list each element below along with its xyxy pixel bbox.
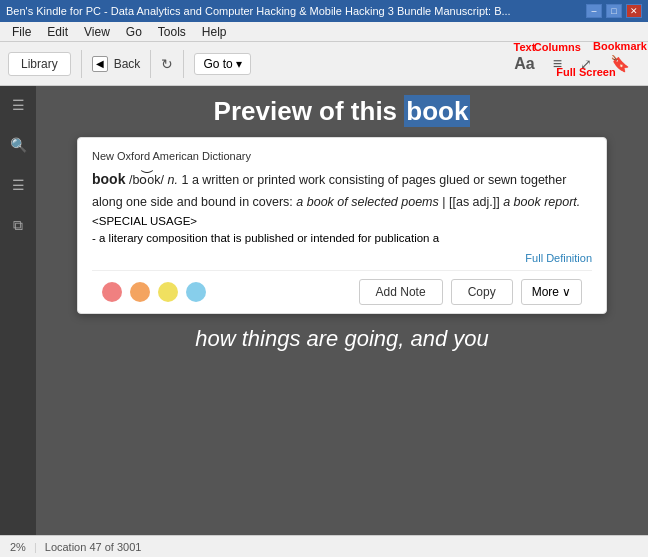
menu-edit[interactable]: Edit: [39, 23, 76, 41]
menu-view[interactable]: View: [76, 23, 118, 41]
refresh-icon[interactable]: ↻: [161, 56, 173, 72]
dict-pos: n.: [168, 173, 178, 187]
text-annotation-label: Text: [514, 41, 536, 53]
close-button[interactable]: ✕: [626, 4, 642, 18]
highlight-yellow-button[interactable]: [158, 282, 178, 302]
status-bar: 2% | Location 47 of 3001: [0, 535, 648, 557]
add-note-button[interactable]: Add Note: [359, 279, 443, 305]
more-button[interactable]: More ∨: [521, 279, 582, 305]
more-chevron-icon: ∨: [562, 285, 571, 299]
menu-go[interactable]: Go: [118, 23, 150, 41]
back-label: Back: [114, 57, 141, 71]
reader-area: Preview of this book New Oxford American…: [36, 86, 648, 535]
sidebar-notes-icon[interactable]: ☰: [7, 174, 29, 196]
copy-button[interactable]: Copy: [451, 279, 513, 305]
menu-tools[interactable]: Tools: [150, 23, 194, 41]
menu-bar: File Edit View Go Tools Help: [0, 22, 648, 42]
dict-word: book: [92, 171, 125, 187]
sidebar-search-icon[interactable]: 🔍: [7, 134, 29, 156]
highlight-pink-button[interactable]: [102, 282, 122, 302]
minimize-button[interactable]: –: [586, 4, 602, 18]
bookmark-icon[interactable]: 🔖: [610, 54, 630, 73]
dict-entry: book /bo͝ok/ n. 1 a written or printed w…: [92, 168, 592, 213]
separator-2: [150, 50, 151, 78]
dict-def-number: 1: [181, 173, 188, 187]
separator-3: [183, 50, 184, 78]
goto-button[interactable]: Go to ▾: [194, 53, 250, 75]
bookmark-annotation-label: Bookmark: [593, 40, 647, 52]
library-button[interactable]: Library: [8, 52, 71, 76]
maximize-button[interactable]: □: [606, 4, 622, 18]
highlight-orange-button[interactable]: [130, 282, 150, 302]
page-body-text: how things are going, and you: [175, 326, 509, 352]
title-bar-text: Ben's Kindle for PC - Data Analytics and…: [6, 5, 511, 17]
main-area: ☰ 🔍 ☰ ⧉ Preview of this book New Oxford …: [0, 86, 648, 535]
location-label: Location 47 of 3001: [45, 541, 142, 553]
toolbar: Library ◀ Back ↻ Go to ▾ Text Aa Columns…: [0, 42, 648, 86]
highlight-blue-button[interactable]: [186, 282, 206, 302]
sidebar-bookmarks-icon[interactable]: ⧉: [7, 214, 29, 236]
status-separator: |: [34, 541, 37, 553]
text-icon[interactable]: Aa: [514, 55, 534, 73]
dict-toolbar: Add Note Copy More ∨: [92, 270, 592, 313]
fullscreen-annotation-label: Full Screen: [556, 66, 615, 78]
reading-percent: 2%: [10, 541, 26, 553]
chevron-down-icon: ▾: [236, 57, 242, 71]
sidebar: ☰ 🔍 ☰ ⧉: [0, 86, 36, 535]
dict-pronunciation: /bo͝ok/: [129, 173, 164, 187]
highlighted-word: book: [404, 95, 470, 127]
dictionary-popup: New Oxford American Dictionary book /bo͝…: [77, 137, 607, 314]
window-controls: – □ ✕: [586, 4, 642, 18]
columns-annotation-label: Columns: [534, 41, 581, 53]
separator-1: [81, 50, 82, 78]
full-definition-link[interactable]: Full Definition: [92, 248, 592, 270]
menu-file[interactable]: File: [4, 23, 39, 41]
page-header: Preview of this book: [36, 96, 648, 127]
menu-help[interactable]: Help: [194, 23, 235, 41]
sidebar-menu-icon[interactable]: ☰: [7, 94, 29, 116]
back-arrow[interactable]: ◀: [92, 56, 108, 72]
title-bar: Ben's Kindle for PC - Data Analytics and…: [0, 0, 648, 22]
dict-source: New Oxford American Dictionary: [92, 150, 592, 162]
dict-special-usage: <SPECIAL USAGE> - a literary composition…: [92, 213, 592, 248]
